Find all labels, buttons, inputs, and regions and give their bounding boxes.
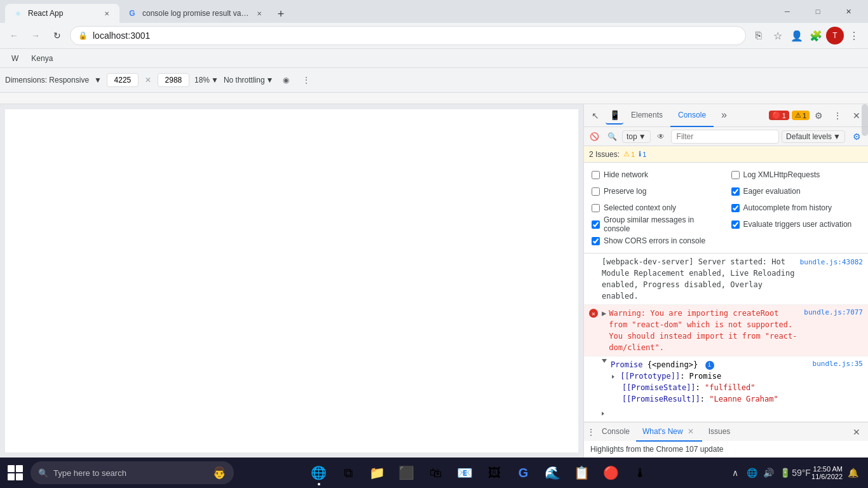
issues-warning-badge: ⚠ 1 — [623, 150, 635, 158]
log-xmlhttp-checkbox[interactable] — [731, 171, 740, 179]
taskbar-app10[interactable]: 🔴 — [597, 459, 625, 487]
url-bar[interactable]: 🔒 localhost:3001 — [70, 26, 746, 45]
more-options-icon[interactable]: ⋮ — [299, 72, 314, 88]
evaluate-triggers-checkbox[interactable] — [731, 220, 740, 229]
devtools-tabs: Elements Console » — [623, 104, 769, 127]
promise-info-icon[interactable]: i — [705, 361, 714, 370]
start-button[interactable] — [3, 460, 28, 485]
account-icon[interactable]: 👤 — [788, 27, 806, 44]
group-similar-checkbox[interactable] — [592, 220, 600, 229]
tab-favicon-google: G — [127, 8, 137, 18]
promise-link[interactable]: bundle.js:35 — [813, 359, 863, 370]
taskbar-edge[interactable]: 🌊 — [539, 459, 567, 487]
taskbar-store[interactable]: 🛍 — [422, 459, 450, 487]
notification-icon[interactable]: 🔔 — [845, 465, 860, 480]
taskbar-g[interactable]: G — [510, 459, 538, 487]
bottom-tab-console[interactable]: Console — [595, 423, 636, 442]
bookmark-icon[interactable]: ☆ — [769, 27, 787, 44]
bottom-more-icon[interactable]: ⋮ — [587, 427, 595, 437]
taskbar-search[interactable]: 🔍 Type here to search 👨 — [31, 461, 234, 484]
show-cors-checkbox[interactable] — [592, 237, 600, 245]
console-clear-icon[interactable]: 🚫 — [587, 129, 602, 144]
error-badge[interactable]: 🔴 1 — [769, 111, 789, 120]
more-icon[interactable]: ⋮ — [845, 27, 863, 44]
extension-icon[interactable]: 🧩 — [807, 27, 825, 44]
console-output[interactable]: [webpack-dev-server] Server started: Hot… — [584, 254, 868, 422]
proto-expand[interactable] — [612, 375, 614, 379]
tab-close-google[interactable]: ✕ — [254, 8, 264, 18]
warning-expand[interactable]: ▶ — [602, 308, 606, 319]
new-tab-button[interactable]: + — [272, 5, 290, 23]
bottom-tab-issues[interactable]: Issues — [702, 423, 737, 442]
taskbar-app11[interactable]: 🌡 — [627, 459, 654, 487]
eager-eval-checkbox[interactable] — [731, 187, 740, 196]
taskbar-file-explorer[interactable]: 📁 — [363, 459, 391, 487]
error-icon: 🔴 — [772, 111, 781, 119]
close-button[interactable]: ✕ — [834, 2, 863, 21]
dimensions-dropdown-icon[interactable]: ▼ — [94, 76, 102, 85]
app9-icon: 📋 — [574, 465, 590, 480]
webpack-link-anchor[interactable]: bundle.js:43082 — [800, 258, 863, 266]
taskbar-mail[interactable]: 📧 — [451, 459, 479, 487]
warning-icon: ⚠ — [795, 111, 801, 119]
maximize-button[interactable]: □ — [803, 2, 832, 21]
issues-label: 2 Issues: — [589, 150, 620, 159]
bookmark-kenya[interactable]: Kenya — [26, 53, 58, 64]
tab-react-app[interactable]: ⚛ React App ✕ — [5, 4, 119, 23]
tab-more[interactable]: » — [714, 104, 735, 127]
file-explorer-icon: 📁 — [369, 465, 385, 480]
warning-link[interactable]: bundle.js:7077 — [804, 308, 863, 318]
chrome-icon: 🌐 — [311, 465, 327, 480]
taskbar-task-view[interactable]: ⧉ — [334, 459, 362, 487]
bottom-console-label: Console — [602, 427, 630, 436]
tab-console[interactable]: Console — [670, 104, 714, 127]
setting-group-similar: Group similar messages in console — [592, 217, 721, 231]
tray-volume[interactable]: 🔊 — [761, 465, 776, 480]
taskbar-terminal[interactable]: ⬛ — [393, 459, 421, 487]
warning-text: Warning: You are importing createRoot fr… — [609, 308, 801, 353]
filter-input[interactable] — [671, 130, 779, 144]
bottom-close-icon[interactable]: ✕ — [848, 423, 865, 441]
show-cors-label: Show CORS errors in console — [604, 236, 705, 245]
promise-more-icon[interactable] — [602, 412, 604, 416]
tab-google[interactable]: G console log promise result value ✕ — [119, 4, 272, 23]
capture-icon[interactable]: ◉ — [278, 72, 294, 88]
profile-icon[interactable]: T — [826, 27, 844, 44]
promise-expand-icon[interactable] — [602, 359, 607, 363]
context-selector[interactable]: top ▼ — [622, 130, 651, 143]
tab-close-react[interactable]: ✕ — [102, 8, 112, 18]
tray-expand[interactable]: ∧ — [728, 465, 743, 480]
console-filter-icon[interactable]: 🔍 — [604, 129, 620, 144]
taskbar-photos[interactable]: 🖼 — [480, 459, 508, 487]
warning-badge[interactable]: ⚠ 1 — [792, 111, 810, 120]
autocomplete-checkbox[interactable] — [731, 204, 740, 212]
throttle-selector[interactable]: No throttling ▼ — [224, 76, 274, 85]
cast-icon[interactable]: ⎘ — [750, 27, 768, 44]
bookmark-kenya-label: Kenya — [31, 54, 53, 63]
promise-icon — [589, 359, 599, 419]
minimize-button[interactable]: ─ — [773, 2, 802, 21]
reload-button[interactable]: ↻ — [48, 27, 66, 44]
eye-icon[interactable]: 👁 — [653, 129, 668, 144]
tray-network[interactable]: 🌐 — [744, 465, 759, 480]
bottom-tabs: ⋮ Console What's New ✕ Issues ✕ — [584, 422, 868, 441]
default-levels-selector[interactable]: Default levels ▼ — [782, 130, 845, 143]
tray-battery[interactable]: 🔋 — [777, 465, 792, 480]
taskbar-app9[interactable]: 📋 — [568, 459, 596, 487]
bottom-whats-new-close[interactable]: ✕ — [686, 426, 696, 437]
select-element-icon[interactable]: ↖ — [587, 107, 604, 125]
bottom-tab-whats-new[interactable]: What's New ✕ — [636, 423, 702, 442]
zoom-selector[interactable]: 18% ▼ — [194, 76, 219, 85]
device-toolbar-icon[interactable]: 📱 — [606, 107, 623, 125]
height-input[interactable] — [158, 73, 189, 87]
preserve-log-checkbox[interactable] — [592, 187, 600, 196]
selected-context-checkbox[interactable] — [592, 204, 600, 212]
bookmark-w[interactable]: W — [6, 53, 24, 64]
dt-settings-icon[interactable]: ⚙ — [810, 107, 827, 125]
width-input[interactable] — [107, 73, 139, 87]
taskbar-clock[interactable]: 12:50 AM 11/6/2022 — [811, 465, 843, 480]
dt-more-icon[interactable]: ⋮ — [829, 107, 846, 125]
taskbar-chrome[interactable]: 🌐 — [305, 459, 333, 487]
tab-elements[interactable]: Elements — [623, 104, 670, 127]
hide-network-checkbox[interactable] — [592, 171, 600, 179]
